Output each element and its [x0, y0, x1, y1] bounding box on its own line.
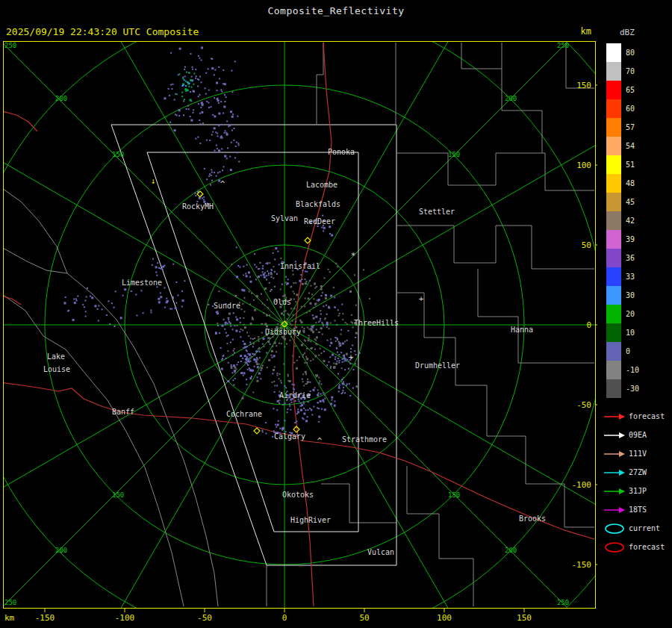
plus-symbol: +: [419, 294, 424, 304]
dbz-value: -30: [626, 385, 639, 393]
dbz-swatch: [606, 305, 621, 323]
range-label: 250: [557, 42, 569, 49]
dbz-value: -10: [626, 366, 639, 374]
city-label: Louise: [43, 365, 70, 373]
dbz-value: 20: [626, 310, 635, 318]
dbz-scale-row: 54: [606, 137, 639, 155]
city-label: Calgary: [274, 432, 305, 441]
dbz-scale-row: 45: [606, 193, 639, 211]
range-label: 150: [448, 151, 460, 158]
city-label: HighRiver: [290, 516, 331, 524]
county-boundary: [478, 269, 594, 363]
dbz-swatch: [606, 267, 621, 286]
dbz-scale-row: 0: [606, 342, 639, 361]
dbz-scale-row: 10: [606, 323, 639, 342]
legend-label: 27ZW: [629, 468, 647, 476]
range-label: 250: [4, 42, 16, 49]
caret-symbol: ^: [220, 179, 225, 189]
bottom-tick-label: 100: [437, 613, 452, 623]
city-label: Innisfail: [280, 262, 320, 270]
highway-line: [300, 441, 594, 539]
city-label: Strathmore: [342, 435, 387, 444]
city-label: Olds: [273, 298, 291, 306]
county-boundary: [0, 246, 67, 273]
dbz-value: 30: [626, 291, 635, 299]
dbz-value: 80: [626, 49, 635, 57]
legend-arrow-icon: [603, 448, 626, 460]
dbz-swatch: [606, 43, 621, 62]
dbz-scale-row: -30: [606, 379, 639, 398]
azimuth-spoke: [85, 325, 285, 628]
radar-site-marker: [254, 428, 260, 434]
radar-map: 250200150150200250150200250150200250Pono…: [0, 0, 597, 628]
dbz-value: 33: [626, 273, 635, 281]
legend-label: 09EA: [629, 431, 647, 439]
range-label: 200: [505, 547, 517, 554]
city-label: Hanna: [511, 326, 533, 334]
dbz-scale-row: 48: [606, 174, 639, 193]
radar-coverage-boundary: [111, 125, 396, 565]
radar-display: 250200150150200250150200250150200250Pono…: [0, 0, 597, 628]
right-tick-label: 150: [576, 81, 591, 90]
city-label: ThreeHills: [354, 319, 399, 327]
legend-label: current: [629, 524, 660, 532]
city-label: RockyMH: [182, 202, 214, 211]
right-tick-label: 50: [582, 240, 591, 250]
legend-label: forecast: [629, 412, 665, 420]
legend-arrow-icon: [603, 485, 626, 497]
radar-coverage-boundary: [147, 152, 358, 532]
city-label: Cochrane: [226, 410, 262, 418]
bottom-tick-label: 0: [282, 613, 287, 623]
dbz-swatch: [606, 99, 621, 118]
city-label: Sundre: [214, 302, 240, 310]
range-label: 150: [448, 491, 460, 499]
legend-label: 18TS: [629, 506, 647, 514]
right-tick-label: -150: [572, 560, 592, 570]
scale-title: dBZ: [620, 28, 635, 37]
legend-item: current: [603, 519, 665, 538]
azimuth-spoke: [284, 0, 485, 325]
range-label: 150: [112, 491, 124, 499]
dbz-value: 45: [626, 198, 635, 206]
county-boundary: [397, 293, 594, 527]
county-boundary: [461, 43, 502, 69]
azimuth-spoke: [284, 325, 597, 525]
bottom-tick-label: -150: [35, 613, 55, 623]
range-label: 150: [112, 151, 124, 158]
legend-item: 27ZW: [603, 463, 665, 482]
right-tick-label: -50: [576, 400, 591, 410]
range-label: 200: [505, 95, 517, 102]
azimuth-spoke: [284, 325, 485, 628]
dbz-scale-row: 20: [606, 305, 639, 323]
county-boundary: [0, 187, 67, 273]
legend-item: forecast: [603, 538, 665, 556]
dbz-swatch: [606, 286, 621, 305]
legend-arrow-icon: [603, 467, 626, 479]
legend-label: 111V: [629, 450, 647, 458]
dbz-scale-row: 80: [606, 43, 639, 62]
dbz-swatch: [606, 137, 621, 155]
bottom-tick-label: -100: [115, 613, 135, 623]
dbz-swatch: [606, 193, 621, 211]
dbz-swatch: [606, 249, 621, 267]
dbz-swatch: [606, 379, 621, 398]
dbz-value: 70: [626, 67, 635, 75]
azimuth-spoke: [0, 125, 284, 326]
dbz-scale-row: 39: [606, 230, 639, 249]
range-label: 250: [557, 599, 569, 606]
legend-item: 18TS: [603, 500, 665, 519]
legend-arrow-icon: [603, 429, 626, 441]
range-label: 200: [55, 95, 67, 102]
city-label: Brooks: [519, 514, 546, 523]
right-tick-label: 100: [576, 161, 591, 170]
city-label: Vulcan: [367, 548, 394, 556]
precip-echo-cluster: [181, 79, 190, 87]
legend-label: 31JP: [629, 487, 647, 495]
legend-ellipse-icon: [603, 541, 626, 553]
dbz-swatch: [606, 155, 621, 174]
highway-line: [0, 111, 37, 131]
legend-item: forecast: [603, 407, 665, 426]
precip-echo-cluster: [204, 168, 221, 186]
azimuth-spoke: [85, 0, 285, 325]
range-label: 250: [4, 599, 16, 606]
